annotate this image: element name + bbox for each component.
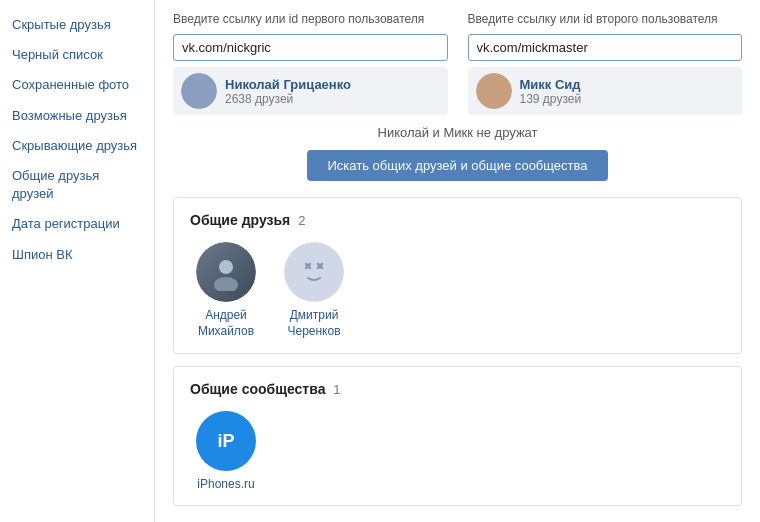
relationship-status: Николай и Микк не дружат (173, 125, 742, 140)
search-button[interactable]: Искать общих друзей и общие сообщества (307, 150, 607, 181)
mutual-communities-section: Общие сообщества 1 iP iPhones.ru (173, 366, 742, 506)
dmitry-avatar-img (284, 242, 344, 302)
user1-input[interactable] (173, 34, 448, 61)
sidebar-item-reg-date[interactable]: Дата регистрации (0, 209, 154, 239)
user1-avatar (181, 73, 217, 109)
svg-point-2 (294, 252, 334, 292)
sidebar-item-mutual-friends-of-friends[interactable]: Общие друзья друзей (0, 161, 154, 209)
sidebar: Скрытые друзья Черный список Сохраненные… (0, 0, 155, 522)
community-name-iphones: iPhones.ru (197, 477, 254, 491)
user1-block: Введите ссылку или id первого пользовате… (173, 12, 448, 115)
user1-info: Николай Грицаенко 2638 друзей (225, 77, 351, 106)
mutual-friends-count: 2 (298, 213, 305, 228)
mutual-communities-title: Общие сообщества 1 (190, 381, 725, 397)
user2-input[interactable] (468, 34, 743, 61)
friend-card-dmitry[interactable]: Дмитрий Черенков (278, 242, 350, 339)
communities-list: iP iPhones.ru (190, 411, 725, 491)
user1-friends-count: 2638 друзей (225, 92, 351, 106)
input-section: Введите ссылку или id первого пользовате… (173, 12, 742, 115)
user2-label: Введите ссылку или id второго пользовате… (468, 12, 743, 26)
user2-name: Микк Сид (520, 77, 582, 92)
friend-avatar-andrey (196, 242, 256, 302)
friend-name-andrey: Андрей Михайлов (198, 308, 254, 339)
main-content: Введите ссылку или id первого пользовате… (155, 0, 760, 522)
community-logo-text: iP (217, 431, 234, 452)
sidebar-item-hiding-friends[interactable]: Скрывающие друзья (0, 131, 154, 161)
avatar-person-1-img (181, 73, 217, 109)
user2-info: Микк Сид 139 друзей (520, 77, 582, 106)
user2-block: Введите ссылку или id второго пользовате… (468, 12, 743, 115)
svg-point-1 (214, 277, 238, 291)
user1-name: Николай Грицаенко (225, 77, 351, 92)
sidebar-item-hidden-friends[interactable]: Скрытые друзья (0, 10, 154, 40)
community-avatar-iphones: iP (196, 411, 256, 471)
mutual-communities-count: 1 (333, 382, 340, 397)
search-btn-row: Искать общих друзей и общие сообщества (173, 150, 742, 181)
user2-friends-count: 139 друзей (520, 92, 582, 106)
friend-card-andrey[interactable]: Андрей Михайлов (190, 242, 262, 339)
community-card-iphones[interactable]: iP iPhones.ru (190, 411, 262, 491)
user2-avatar (476, 73, 512, 109)
friend-name-dmitry: Дмитрий Черенков (287, 308, 340, 339)
svg-point-0 (219, 260, 233, 274)
sidebar-item-possible-friends[interactable]: Возможные друзья (0, 101, 154, 131)
friends-list: Андрей Михайлов (190, 242, 725, 339)
user2-card: Микк Сид 139 друзей (468, 67, 743, 115)
friend-avatar-dmitry (284, 242, 344, 302)
user1-label: Введите ссылку или id первого пользовате… (173, 12, 448, 26)
andrey-avatar-img (196, 242, 256, 302)
mutual-friends-section: Общие друзья 2 Андрей Михайлов (173, 197, 742, 354)
sidebar-item-vk-spy[interactable]: Шпион ВК (0, 240, 154, 270)
dmitry-face-icon (293, 251, 335, 293)
sidebar-item-blacklist[interactable]: Черный список (0, 40, 154, 70)
andrey-face-icon (207, 253, 245, 291)
mutual-friends-title: Общие друзья 2 (190, 212, 725, 228)
user1-card: Николай Грицаенко 2638 друзей (173, 67, 448, 115)
sidebar-item-saved-photos[interactable]: Сохраненные фото (0, 70, 154, 100)
avatar-person-2-img (476, 73, 512, 109)
